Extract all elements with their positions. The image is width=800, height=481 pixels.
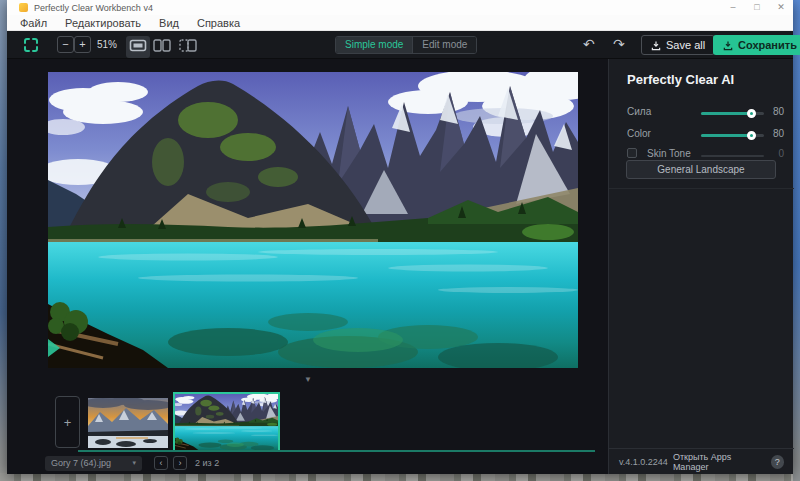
next-image-button[interactable]: › [173, 456, 187, 470]
before-after-view-icon[interactable] [179, 38, 197, 56]
slider-knob[interactable] [747, 109, 756, 118]
app-logo-icon [23, 37, 39, 57]
filmstrip-collapse-icon[interactable]: ▼ [304, 375, 312, 384]
lake-thumbnail-image [175, 394, 278, 450]
mode-toggle: Simple mode Edit mode [335, 36, 477, 54]
chevron-down-icon: ▾ [132, 459, 136, 467]
menu-view[interactable]: Вид [159, 17, 179, 29]
desktop: Perfectly Clear Workbench v4 – □ ✕ Файл … [0, 0, 800, 481]
redo-button[interactable]: ↷ [613, 37, 625, 51]
add-image-button[interactable]: + [55, 396, 80, 448]
strength-value: 80 [773, 106, 784, 117]
zoom-in-button[interactable]: + [74, 36, 91, 53]
app-window: Perfectly Clear Workbench v4 – □ ✕ Файл … [7, 0, 793, 474]
version-label: v.4.1.0.2244 [619, 457, 668, 467]
color-slider-row: Color 80 [609, 125, 794, 143]
menu-edit[interactable]: Редактировать [65, 17, 141, 29]
close-button[interactable]: ✕ [769, 0, 793, 15]
filename: Gory 7 (64).jpg [51, 458, 132, 468]
strength-slider[interactable] [701, 112, 764, 115]
toolbar: − + 51% Simple mode Edit mode [7, 31, 793, 59]
undo-button[interactable]: ↶ [583, 37, 595, 51]
color-value: 80 [773, 128, 784, 139]
strength-label: Сила [627, 106, 651, 117]
simple-mode-tab[interactable]: Simple mode [336, 37, 412, 53]
save-all-button[interactable]: Save all [641, 35, 715, 55]
download-icon [723, 40, 733, 51]
save-label: Сохранить [738, 39, 797, 51]
titlebar: Perfectly Clear Workbench v4 – □ ✕ [7, 0, 793, 15]
strength-slider-row: Сила 80 [609, 103, 794, 121]
slider-knob[interactable] [747, 131, 756, 140]
skin-tone-slider [701, 155, 764, 157]
color-label: Color [627, 128, 651, 139]
window-title: Perfectly Clear Workbench v4 [34, 3, 153, 13]
mountain-lake-image [48, 72, 578, 368]
bottom-bar: Gory 7 (64).jpg ▾ ‹ › 2 из 2 [7, 452, 608, 474]
help-button[interactable]: ? [771, 455, 784, 469]
zoom-level: 51% [97, 31, 117, 59]
apps-manager-link[interactable]: Открыть Apps Manager [673, 452, 766, 472]
skin-tone-checkbox[interactable] [627, 148, 637, 158]
desktop-wallpaper-right [793, 0, 800, 481]
thumbnail-mountain-lake-selected[interactable] [173, 392, 280, 452]
preset-button[interactable]: General Landscape [626, 160, 776, 179]
canvas-area: ▼ + Gory 7 (64).jpg ▾ ‹ [7, 59, 608, 474]
save-button[interactable]: Сохранить [713, 35, 800, 55]
image-position: 2 из 2 [195, 458, 219, 468]
single-view-icon[interactable] [126, 36, 150, 58]
adjustments-panel: Perfectly Clear AI Сила 80 Color 80 [608, 59, 793, 474]
compare-handle-icon[interactable] [48, 339, 60, 357]
desktop-wallpaper-strip [0, 473, 800, 481]
zoom-out-button[interactable]: − [57, 36, 74, 53]
skin-tone-label: Skin Tone [647, 148, 691, 159]
color-slider[interactable] [701, 134, 764, 137]
main-photo [48, 72, 578, 368]
save-all-label: Save all [666, 39, 705, 51]
split-view-icon[interactable] [153, 38, 171, 56]
minimize-button[interactable]: – [721, 0, 745, 15]
thumbnail-winter-mountain[interactable] [88, 398, 168, 448]
prev-image-button[interactable]: ‹ [154, 456, 168, 470]
panel-footer: v.4.1.0.2244 Открыть Apps Manager ? [609, 448, 794, 474]
panel-title: Perfectly Clear AI [609, 59, 793, 87]
download-icon [651, 40, 661, 51]
edit-mode-tab[interactable]: Edit mode [412, 37, 476, 53]
menu-file[interactable]: Файл [20, 17, 47, 29]
skin-tone-value: 0 [778, 148, 784, 159]
filename-dropdown[interactable]: Gory 7 (64).jpg ▾ [45, 456, 142, 471]
panel-divider [609, 188, 794, 189]
winter-thumbnail-image [88, 398, 168, 448]
maximize-button[interactable]: □ [745, 0, 769, 15]
menu-help[interactable]: Справка [197, 17, 240, 29]
app-icon [19, 3, 28, 12]
menubar: Файл Редактировать Вид Справка [7, 15, 793, 31]
filmstrip: + [7, 388, 608, 452]
